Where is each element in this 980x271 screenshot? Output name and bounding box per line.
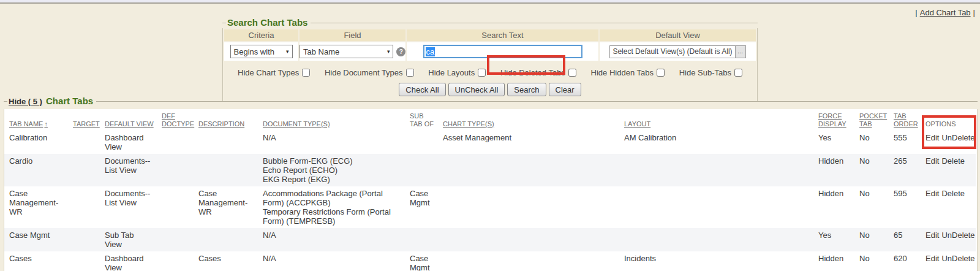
hide-hidden-tabs-checkbox[interactable] [657,69,665,77]
cell-chart-types [439,154,620,186]
cell-sub-tab-of: Case Mgmt [406,186,439,228]
cell-pocket-tab: No [856,251,890,271]
cell-document-types: Accommodations Package (Portal Form) (AC… [259,186,406,228]
legend-line [96,101,978,102]
cell-force-display: Hidden [815,251,856,271]
criteria-cell: Begins with ▾ [224,42,298,61]
search-panel-body: Criteria Field Search Text Default View … [222,28,758,102]
col-header-layout[interactable]: LAYOUT [620,109,815,131]
col-header-target[interactable]: TARGET [69,109,101,131]
default-view-picker-label: Select Default View(s) (Default is All) [610,46,734,58]
cell-tab-order: 265 [890,154,922,186]
search-input[interactable]: ca [423,45,582,58]
cell-tab-order: 620 [890,251,922,271]
chart-tabs-title-wrap: Hide ( 5 ) Chart Tabs [7,96,96,107]
cell-options: EditUnDelete [922,251,976,271]
table-row: Cases Dashboard View Cases N/A Case Mgmt… [4,251,976,271]
col-header-tab-name[interactable]: TAB NAME↑ [4,109,69,131]
uncheck-all-button[interactable]: UnCheck All [448,83,505,96]
cell-def-doctype [158,228,195,251]
search-button[interactable]: Search [507,83,546,96]
cell-tab-name: Cases [4,251,69,271]
hide-chart-types-label: Hide Chart Types [238,68,299,77]
cell-layout: AM Calibration [620,131,815,154]
criteria-select[interactable]: Begins with ▾ [230,45,293,58]
col-header-description[interactable]: DESCRIPTION [195,109,259,131]
top-divider [0,2,980,4]
cell-options: EditDelete [922,154,976,186]
delete-link[interactable]: Delete [941,156,965,166]
cell-chart-types: Asset Management [439,131,620,154]
edit-link[interactable]: Edit [925,156,939,166]
hide-layouts-label: Hide Layouts [428,68,475,77]
hide-filters-row: Hide Chart Types Hide Document Types Hid… [224,68,756,77]
cell-pocket-tab: No [856,131,890,154]
hide-hidden-tabs-item: Hide Hidden Tabs [591,68,665,77]
clear-button[interactable]: Clear [549,83,581,96]
cell-target [69,154,101,186]
ellipsis-button[interactable]: ... [735,46,745,58]
col-header-tab-order[interactable]: TAB ORDER [890,109,922,131]
edit-link[interactable]: Edit [925,254,939,263]
table-header-row: TAB NAME↑ TARGET DEFAULT VIEW DEF DOCTYP… [4,109,976,131]
hide-layouts-item: Hide Layouts [428,68,486,77]
col-header-sub-tab-of: SUB TAB OF [406,109,439,131]
table-row: Case Management- WR Documents-- List Vie… [4,186,976,228]
field-select[interactable]: Tab Name ▾ [300,45,393,58]
check-all-button[interactable]: Check All [399,83,445,96]
hide-chart-types-item: Hide Chart Types [238,68,310,77]
table-row: Cardio Documents-- List View Bubble Form… [4,154,976,186]
col-header-def-doctype[interactable]: DEF DOCTYPE [158,109,195,131]
hide-layouts-checkbox[interactable] [478,69,486,77]
edit-link[interactable]: Edit [925,231,939,240]
undelete-link[interactable]: UnDelete [941,254,974,263]
hide-document-types-checkbox[interactable] [406,69,414,77]
cell-def-doctype [158,186,195,228]
add-chart-tab-link[interactable]: Add Chart Tab [920,8,971,17]
cell-sub-tab-of [406,131,439,154]
cell-tab-name: Case Management- WR [4,186,69,228]
search-panel-title: Search Chart Tabs [226,17,311,28]
separator: | [973,8,975,17]
cell-description [195,154,259,186]
cell-chart-types [439,251,620,271]
cell-pocket-tab: No [856,186,890,228]
delete-link[interactable]: Delete [941,189,965,198]
cell-layout [620,228,815,251]
cell-description [195,131,259,154]
cell-sub-tab-of [406,154,439,186]
hide-document-types-label: Hide Document Types [325,68,403,77]
col-header-pocket-tab[interactable]: POCKET TAB [856,109,890,131]
cell-options: EditUnDelete [922,131,976,154]
col-header-force-display[interactable]: FORCE DISPLAY [815,109,856,131]
criteria-selected-value: Begins with [234,47,274,56]
default-view-picker[interactable]: Select Default View(s) (Default is All) … [609,45,745,58]
cell-def-doctype [158,154,195,186]
cell-force-display: Hidden [815,186,856,228]
hide-deleted-tabs-checkbox[interactable] [568,69,576,77]
edit-link[interactable]: Edit [925,133,939,142]
cell-tab-order: 65 [890,228,922,251]
hide-deleted-tabs-label: Hide Deleted Tabs [500,68,565,77]
cell-target [69,131,101,154]
cell-force-display: Hidden [815,154,856,186]
hide-chart-types-checkbox[interactable] [302,69,310,77]
col-header-document-types[interactable]: DOCUMENT TYPE(S) [259,109,406,131]
undelete-link[interactable]: UnDelete [941,133,974,142]
hide-count-link[interactable]: Hide ( 5 ) [9,96,42,107]
hide-sub-tabs-checkbox[interactable] [734,69,742,77]
col-header-chart-types[interactable]: CHART TYPE(S) [439,109,620,131]
cell-description: Case Management-WR [195,186,259,228]
cell-default-view: Dashboard View [101,251,158,271]
help-icon[interactable]: ? [396,47,405,56]
sort-ascending-icon: ↑ [44,120,48,128]
undelete-link[interactable]: UnDelete [941,231,974,240]
cell-tab-order: 595 [890,186,922,228]
cell-tab-name: Cardio [4,154,69,186]
cell-target [69,251,101,271]
cell-options: EditDelete [922,186,976,228]
edit-link[interactable]: Edit [925,189,939,198]
chart-tabs-section: Hide ( 5 ) Chart Tabs TAB NAME↑ TARGET D… [4,96,978,271]
cell-default-view: Dashboard View [101,131,158,154]
col-header-default-view[interactable]: DEFAULT VIEW [101,109,158,131]
